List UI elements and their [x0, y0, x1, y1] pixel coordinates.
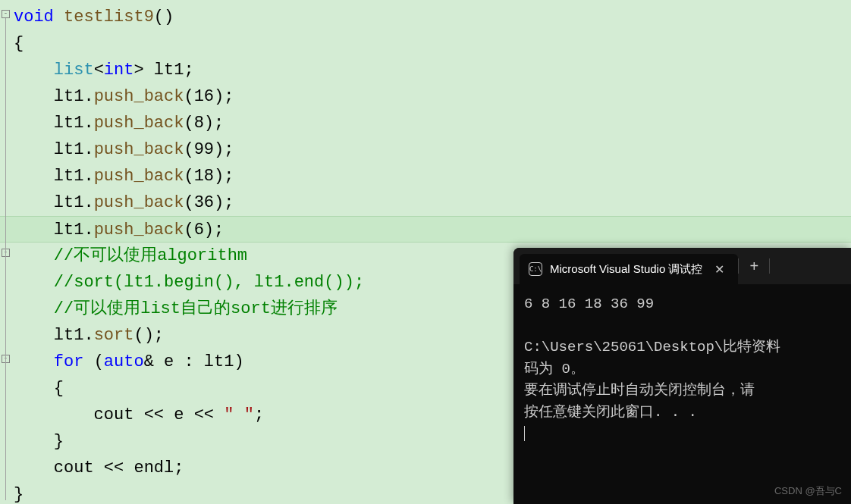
- code-token: {: [14, 34, 24, 53]
- code-token: auto: [104, 352, 144, 371]
- code-token: ;: [174, 459, 184, 477]
- tab-divider: [769, 258, 770, 274]
- code-line[interactable]: lt1.push_back(99);: [0, 136, 851, 163]
- terminal-tab[interactable]: C:\ Microsoft Visual Studio 调试控 ✕: [520, 254, 738, 284]
- code-token: ): [214, 193, 224, 212]
- code-line[interactable]: {: [0, 30, 851, 57]
- code-token: ;: [224, 87, 234, 106]
- code-token: [14, 273, 54, 292]
- code-token: lt1.: [14, 167, 94, 186]
- code-token: lt1.: [14, 193, 94, 212]
- code-token: push_back: [94, 221, 184, 239]
- code-token: [14, 61, 54, 80]
- terminal-output[interactable]: 6 8 16 18 36 99 C:\Users\25061\Desktop\比…: [513, 284, 851, 454]
- fold-toggle-icon[interactable]: -: [2, 10, 10, 18]
- terminal-tab-title: Microsoft Visual Studio 调试控: [550, 262, 702, 277]
- code-token: :: [174, 352, 204, 371]
- output-line: 要在调试停止时自动关闭控制台，请: [524, 382, 755, 399]
- code-token: push_back: [94, 167, 184, 186]
- cmd-icon: C:\: [529, 262, 542, 276]
- code-token: endl: [124, 459, 174, 477]
- code-token: push_back: [94, 87, 184, 106]
- code-token: (: [184, 221, 193, 239]
- code-token: 18: [194, 167, 214, 186]
- code-token: //不可以使用algorithm: [54, 246, 247, 265]
- code-token: cout: [14, 405, 144, 424]
- code-token: (): [133, 326, 153, 345]
- code-token: <<: [194, 405, 214, 424]
- code-token: lt1.: [14, 140, 94, 159]
- code-line[interactable]: lt1.push_back(16);: [0, 83, 851, 110]
- code-token: [54, 8, 64, 27]
- code-token: {: [54, 379, 64, 398]
- code-token: lt1.: [14, 114, 94, 133]
- code-token: list: [54, 61, 94, 80]
- code-token: push_back: [94, 193, 184, 212]
- terminal-window: C:\ Microsoft Visual Studio 调试控 ✕ + 6 8 …: [513, 248, 851, 504]
- code-token: e: [164, 405, 194, 424]
- code-token: int: [104, 61, 134, 80]
- code-token: lt1.: [14, 326, 94, 345]
- code-token: [14, 299, 54, 318]
- code-token: [14, 352, 54, 371]
- code-token: ;: [214, 114, 224, 133]
- terminal-cursor: [524, 426, 525, 441]
- output-line: 按任意键关闭此窗口. . .: [524, 404, 697, 421]
- code-token: push_back: [94, 140, 184, 159]
- code-token: (: [184, 140, 193, 159]
- code-token: (: [94, 352, 104, 371]
- code-token: cout: [14, 459, 104, 477]
- code-token: 99: [194, 140, 214, 159]
- code-token: (: [184, 114, 193, 133]
- code-token: 8: [194, 114, 204, 133]
- code-token: for: [54, 352, 84, 371]
- output-line: C:\Users\25061\Desktop\比特资料: [524, 339, 780, 355]
- code-token: (: [184, 193, 193, 212]
- code-token: 36: [194, 193, 214, 212]
- code-token: void: [14, 8, 54, 27]
- code-token: ;: [214, 221, 224, 239]
- code-token: testlist9: [64, 8, 154, 27]
- add-tab-button[interactable]: +: [739, 258, 769, 275]
- code-token: ): [214, 140, 224, 159]
- code-token: ;: [184, 61, 193, 80]
- code-line[interactable]: lt1.push_back(6);: [0, 216, 851, 243]
- code-token: (: [184, 87, 193, 106]
- code-token: //可以使用list自己的sort进行排序: [54, 299, 338, 318]
- code-token: sort: [94, 326, 134, 345]
- code-token: }: [54, 432, 64, 451]
- code-token: lt1: [154, 61, 184, 80]
- code-token: ): [234, 352, 243, 371]
- code-token: ;: [224, 193, 234, 212]
- code-token: [214, 405, 224, 424]
- terminal-titlebar: C:\ Microsoft Visual Studio 调试控 ✕ +: [513, 248, 851, 284]
- close-icon[interactable]: ✕: [710, 262, 729, 277]
- code-token: ;: [224, 167, 234, 186]
- code-token: (: [184, 167, 193, 186]
- code-token: " ": [224, 405, 254, 424]
- code-line[interactable]: void testlist9(): [0, 4, 851, 30]
- fold-gutter: ---: [0, 0, 12, 504]
- code-line[interactable]: lt1.push_back(8);: [0, 110, 851, 136]
- code-token: lt1: [204, 352, 234, 371]
- code-token: ): [214, 167, 224, 186]
- code-token: [14, 432, 54, 451]
- code-token: <<: [144, 405, 164, 424]
- output-line: 码为 0。: [524, 361, 585, 377]
- code-line[interactable]: lt1.push_back(36);: [0, 189, 851, 216]
- code-token: lt1.: [14, 87, 94, 106]
- code-token: lt1.: [14, 221, 94, 239]
- code-token: ): [204, 221, 214, 239]
- code-token: ): [214, 87, 224, 106]
- code-token: e: [164, 352, 174, 371]
- code-line[interactable]: list<int> lt1;: [0, 57, 851, 83]
- code-token: [14, 246, 54, 265]
- output-line: 6 8 16 18 36 99: [524, 296, 654, 312]
- code-token: <: [94, 61, 104, 80]
- code-token: ): [204, 114, 214, 133]
- code-token: 16: [194, 87, 214, 106]
- code-line[interactable]: lt1.push_back(18);: [0, 163, 851, 189]
- code-token: push_back: [94, 114, 184, 133]
- code-token: [83, 352, 93, 371]
- code-token: ;: [154, 326, 164, 345]
